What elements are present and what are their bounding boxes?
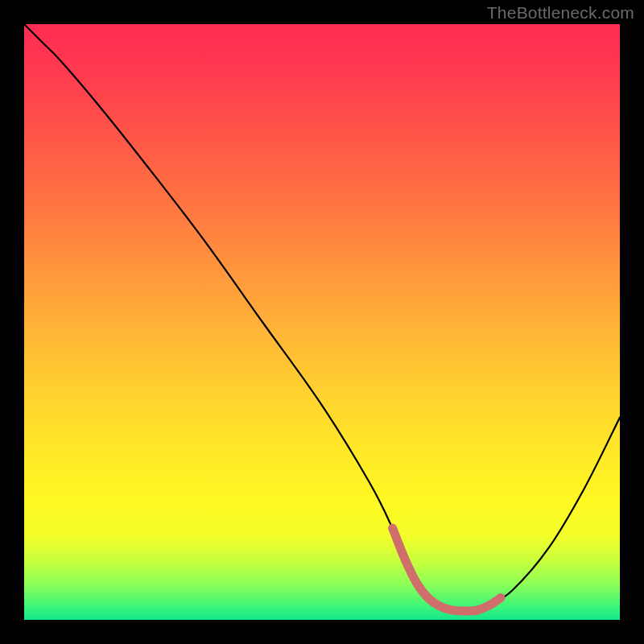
optimal-range-highlight: [393, 528, 501, 611]
bottleneck-curve: [24, 24, 620, 611]
plot-svg: [24, 24, 620, 620]
chart-container: TheBottleneck.com: [0, 0, 644, 644]
attribution-text: TheBottleneck.com: [487, 3, 634, 23]
plot-area: [24, 24, 620, 620]
